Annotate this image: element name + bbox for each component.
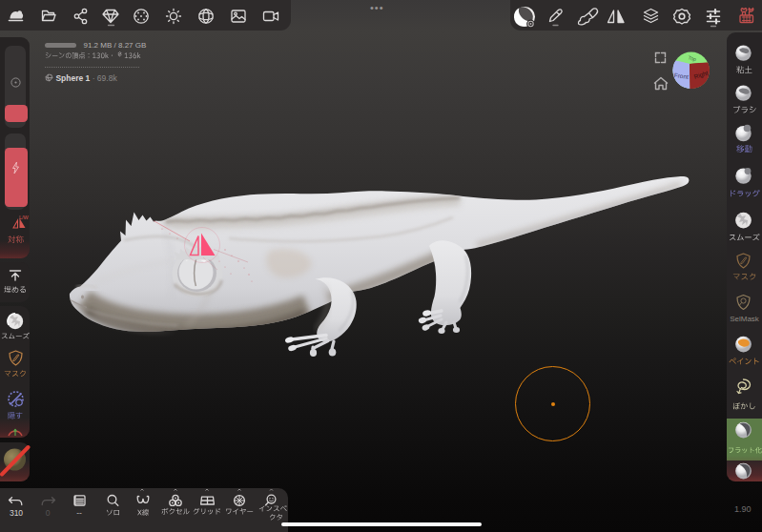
svg-text:L/W: L/W (19, 215, 30, 220)
